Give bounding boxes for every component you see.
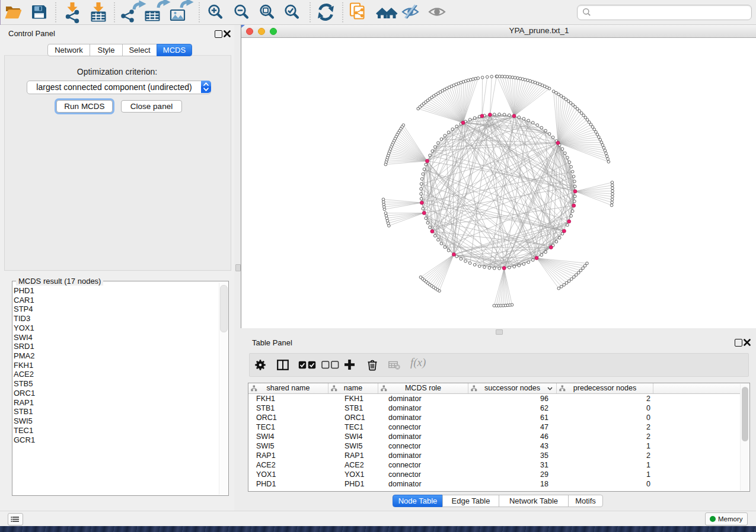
svg-text:f(x): f(x) bbox=[410, 357, 426, 369]
